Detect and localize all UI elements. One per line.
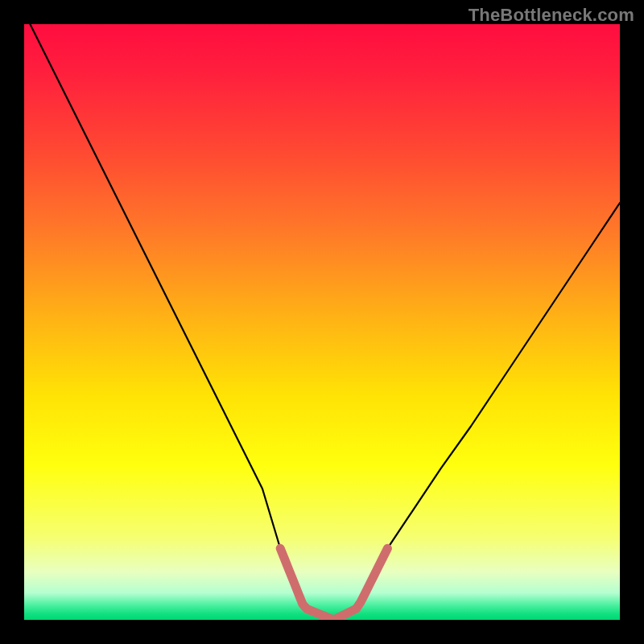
watermark-text: TheBottleneck.com — [469, 5, 634, 26]
plot-area — [24, 24, 620, 620]
bottleneck-curve — [24, 24, 620, 620]
chart-frame: TheBottleneck.com — [0, 0, 644, 644]
